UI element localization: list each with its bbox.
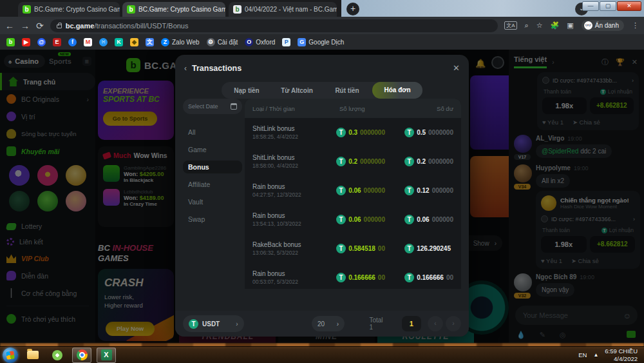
bookmark-gmail-icon[interactable]: M [84,38,92,46]
start-button[interactable] [3,348,18,363]
next-page-button[interactable]: › [446,316,461,331]
zalo-icon: Z [161,38,169,46]
usdt-icon: T [336,215,346,224]
bill-filters: All Game Bonus Affiliate Vault Swap [183,126,242,226]
window-controls: — ▢ ✕ [582,1,641,11]
usdt-icon: T [404,273,414,282]
table-row[interactable]: Rain bonus04:27:57, 12/3/2022 T0.0600000… [245,176,461,205]
filter-affiliate[interactable]: Affiliate [183,178,242,191]
explorer-taskbar-icon[interactable] [23,348,43,363]
lock-icon [57,25,62,28]
bookmark-youtube-icon[interactable]: ▶ [22,38,30,46]
filter-all[interactable]: All [183,126,242,139]
bookmarks-bar: b ▶ @ E f M ⁙ K ◆ 文 Z Zalo Web ⚙ Cài đặt… [0,34,644,50]
windows-taskbar: X EN ▲ 6:59 CHIỀU 4/4/2022 [0,346,644,363]
bookmark-settings[interactable]: ⚙ Cài đặt [207,38,238,46]
browser-tab-3[interactable]: b 04/04/2022 - Việt nam - BC.Gam ✕ [229,2,337,17]
table-row[interactable]: RakeBack bonus13:06:32, 5/3/2022 T0.5845… [245,234,461,263]
usdt-icon: T [404,244,414,253]
table-row[interactable]: Rain bonus00:53:07, 5/3/2022 T0.16666600… [245,263,461,289]
bookmark-k-icon[interactable]: K [115,38,123,46]
tab-deposit[interactable]: Nạp tiền [222,87,272,94]
transactions-table: Loại / Thời gian Số lượng Số dư ShitLink… [245,99,461,289]
bookmark-share-icon[interactable]: ⁙ [99,38,108,46]
tab-title: BC.Game: Crypto Casino Games [138,6,225,13]
bookmark-google-translate[interactable]: G Google Dịch [298,38,344,46]
incognito-icon: 👓 [584,21,592,30]
bookmark-star-icon[interactable]: ☆ [536,21,543,30]
filter-swap[interactable]: Swap [183,213,242,226]
minimize-button[interactable]: — [582,1,599,11]
tab-withdraw[interactable]: Rút tiền [322,87,372,94]
usdt-icon: T [404,186,414,195]
address-bar[interactable]: bc.game/transactions/bill/USDT/Bonus [50,19,498,32]
bcgame-page: ♠ Casino NEW Sports ≡ Trang chủ BC Origi… [0,50,644,343]
search-icon[interactable]: ⌕ [525,21,529,30]
select-date-label: Select Date [188,103,218,110]
taskbar-clock[interactable]: 6:59 CHIỀU 4/4/2022 [605,348,638,363]
bookmark-e-icon[interactable]: E [53,38,61,46]
bookmark-mail-icon[interactable]: @ [37,38,46,46]
disc-app-taskbar-icon[interactable] [48,348,67,363]
chrome-taskbar-icon[interactable] [72,348,91,363]
browser-tab-2-active[interactable]: b BC.Game: Crypto Casino Games ✕ [122,2,225,17]
transactions-modal: ‹ Transactions ✕ Nạp tiền Từ Altcoin Rút… [175,55,469,337]
oxford-icon: O [245,38,253,46]
page-size-selector[interactable]: 20 › [312,316,345,331]
back-chevron-icon[interactable]: ‹ [184,64,187,73]
filter-game[interactable]: Game [183,143,242,156]
bookmark-label: Google Dịch [308,39,344,46]
tray-expand-icon[interactable]: ▲ [593,352,598,358]
tab-from-altcoin[interactable]: Từ Altcoin [272,87,322,94]
usdt-icon: T [336,244,346,253]
bookmark-label: Zalo Web [172,39,200,46]
menu-kebab-icon[interactable]: ⋮ [632,21,639,30]
forward-icon[interactable]: → [21,21,30,31]
translate-icon[interactable]: 文A [504,21,516,30]
excel-taskbar-icon[interactable]: X [97,348,116,363]
tab-title: 04/04/2022 - Việt nam - BC.Gam [245,6,337,13]
extensions-icon[interactable]: 🧩 [551,21,560,30]
transaction-type-tabs: Nạp tiền Từ Altcoin Rút tiền Hóa đơn [222,82,422,99]
bookmark-binance-icon[interactable]: ◆ [130,38,138,46]
tab-bill-active[interactable]: Hóa đơn [372,82,422,99]
url-domain: bc.game [66,22,95,30]
back-icon[interactable]: ← [5,21,14,31]
language-indicator[interactable]: EN [578,351,587,358]
modal-close-icon[interactable]: ✕ [453,63,460,73]
new-tab-button[interactable]: + [346,3,359,15]
maximize-button[interactable]: ▢ [600,1,616,11]
bookmark-facebook-icon[interactable]: f [68,38,77,46]
bookmark-bcgame-icon[interactable]: b [6,38,15,46]
incognito-badge[interactable]: 👓 Ẩn danh [582,20,624,31]
usdt-icon: T [404,157,414,166]
filter-bonus-active[interactable]: Bonus [183,161,242,173]
browser-toolbar: ← → ⟳ bc.game/transactions/bill/USDT/Bon… [0,17,644,34]
browser-tab-strip: b BC.Game: Crypto Casino Games ✕ b BC.Ga… [0,0,644,17]
bookmark-label: Cài đặt [218,39,238,46]
modal-footer: T USDT › 20 › Total 1 1 ‹ › [175,311,469,337]
current-page[interactable]: 1 [402,316,421,331]
table-row[interactable]: ShitLink bonus18:58:25, 4/4/2022 T0.3000… [245,118,461,147]
table-row[interactable]: Rain bonus13:54:13, 10/3/2022 T0.0600000… [245,205,461,234]
col-type-time: Loại / Thời gian [252,105,339,112]
bcgame-favicon: b [23,5,31,14]
prev-page-button[interactable]: ‹ [428,316,443,331]
currency-selector[interactable]: T USDT › [183,315,244,332]
gear-icon: ⚙ [207,38,215,46]
side-panel-icon[interactable]: ▣ [567,21,573,30]
filter-vault[interactable]: Vault [183,195,242,208]
incognito-label: Ẩn danh [595,22,619,29]
bookmark-oxford[interactable]: O Oxford [245,38,275,46]
bookmark-zalo[interactable]: Z Zalo Web [161,38,200,46]
bookmark-translate-icon[interactable]: 文 [146,38,154,46]
select-date-button[interactable]: Select Date [183,99,242,114]
table-row[interactable]: ShitLink bonus18:58:00, 4/4/2022 T0.2000… [245,147,461,176]
usdt-icon: T [189,319,198,329]
browser-tab-1[interactable]: b BC.Game: Crypto Casino Games ✕ [18,2,120,17]
reload-icon[interactable]: ⟳ [36,21,44,31]
calendar-icon [231,103,237,110]
bookmark-p-icon[interactable]: P [282,38,290,46]
tab-title: BC.Game: Crypto Casino Games [34,6,120,13]
close-button[interactable]: ✕ [617,1,641,11]
